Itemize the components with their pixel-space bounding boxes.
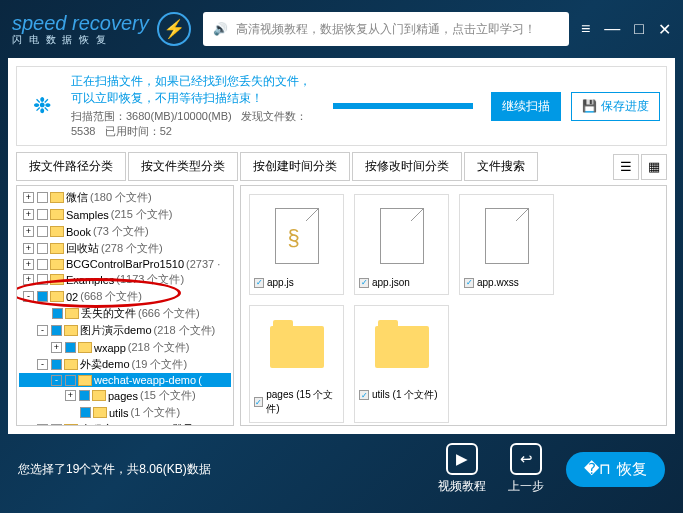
file-item[interactable]: ✓app.js: [249, 194, 344, 295]
folder-icon: [50, 192, 64, 203]
tree-item[interactable]: +Examples (1173 个文件): [19, 271, 231, 288]
checkbox[interactable]: [79, 390, 90, 401]
file-checkbox[interactable]: ✓: [254, 278, 264, 288]
checkbox[interactable]: [51, 325, 62, 336]
view-grid-button[interactable]: ▦: [641, 154, 667, 180]
document-icon: [275, 208, 319, 264]
checkbox[interactable]: [65, 375, 76, 386]
tree-item[interactable]: 丢失的文件 (666 个文件): [19, 305, 231, 322]
tree-count: (19 个文件): [132, 357, 188, 372]
view-list-button[interactable]: ☰: [613, 154, 639, 180]
file-item[interactable]: ✓pages (15 个文件): [249, 305, 344, 423]
maximize-icon[interactable]: □: [634, 20, 644, 39]
expand-icon[interactable]: +: [23, 192, 34, 203]
expand-icon[interactable]: +: [23, 274, 34, 285]
file-item[interactable]: ✓app.json: [354, 194, 449, 295]
tab-search[interactable]: 文件搜索: [464, 152, 538, 181]
file-name: app.json: [372, 277, 410, 288]
expand-icon[interactable]: -: [37, 325, 48, 336]
checkbox[interactable]: [52, 308, 63, 319]
tree-label: 小程序 hello world 登录: [80, 422, 194, 426]
tree-count: (: [198, 374, 202, 386]
file-panel: ✓app.js✓app.json✓app.wxss✓pages (15 个文件)…: [240, 185, 667, 426]
tree-label: utils: [109, 407, 129, 419]
tree-item[interactable]: -wechat-weapp-demo (: [19, 373, 231, 387]
tree-item[interactable]: +回收站 (278 个文件): [19, 240, 231, 257]
folder-icon: [50, 274, 64, 285]
video-tutorial-button[interactable]: ▶ 视频教程: [438, 443, 486, 495]
folder-icon: [65, 308, 79, 319]
tab-path[interactable]: 按文件路径分类: [16, 152, 126, 181]
tree-label: 外卖demo: [80, 357, 130, 372]
tree-count: (1173 个文件): [116, 272, 184, 287]
expand-icon[interactable]: +: [23, 226, 34, 237]
expand-icon[interactable]: +: [65, 390, 76, 401]
expand-icon[interactable]: +: [23, 259, 34, 270]
file-checkbox[interactable]: ✓: [464, 278, 474, 288]
tree-item[interactable]: +Book (73 个文件): [19, 223, 231, 240]
tree-label: BCGControlBarPro1510: [66, 258, 184, 270]
tree-item[interactable]: +BCGControlBarPro1510 (2737 ·: [19, 257, 231, 271]
recover-button[interactable]: �⊓ 恢复: [566, 452, 665, 487]
tree-count: (73 个文件): [93, 224, 149, 239]
checkbox[interactable]: [37, 259, 48, 270]
tree-item[interactable]: -图片演示demo (218 个文件): [19, 322, 231, 339]
expand-icon[interactable]: +: [23, 243, 34, 254]
expand-icon[interactable]: -: [37, 359, 48, 370]
tree-item[interactable]: +微信 (180 个文件): [19, 189, 231, 206]
tab-created[interactable]: 按创建时间分类: [240, 152, 350, 181]
checkbox[interactable]: [80, 407, 91, 418]
checkbox[interactable]: [37, 192, 48, 203]
checkbox[interactable]: [37, 226, 48, 237]
file-checkbox[interactable]: ✓: [359, 278, 369, 288]
scan-icon: ❉: [23, 87, 61, 125]
tree-label: 图片演示demo: [80, 323, 152, 338]
file-item[interactable]: ✓utils (1 个文件): [354, 305, 449, 423]
folder-icon: [92, 390, 106, 401]
tab-type[interactable]: 按文件类型分类: [128, 152, 238, 181]
save-progress-button[interactable]: 💾 保存进度: [571, 92, 660, 121]
expand-icon[interactable]: -: [51, 375, 62, 386]
folder-icon: [50, 243, 64, 254]
expand-icon[interactable]: -: [23, 291, 34, 302]
expand-icon[interactable]: +: [23, 209, 34, 220]
expand-icon[interactable]: +: [37, 424, 48, 426]
tree-item[interactable]: -02 (668 个文件): [19, 288, 231, 305]
tree-label: 丢失的文件: [81, 306, 136, 321]
tree-label: wxapp: [94, 342, 126, 354]
folder-icon: [78, 375, 92, 386]
close-icon[interactable]: ✕: [658, 20, 671, 39]
tab-modified[interactable]: 按修改时间分类: [352, 152, 462, 181]
checkbox[interactable]: [37, 243, 48, 254]
continue-scan-button[interactable]: 继续扫描: [491, 92, 561, 121]
file-item[interactable]: ✓app.wxss: [459, 194, 554, 295]
checkbox[interactable]: [51, 359, 62, 370]
file-checkbox[interactable]: ✓: [359, 390, 369, 400]
tree-item[interactable]: +小程序 hello world 登录: [19, 421, 231, 426]
checkbox[interactable]: [37, 291, 48, 302]
menu-icon[interactable]: ≡: [581, 20, 590, 39]
promo-banner[interactable]: 🔊 高清视频教程，数据恢复从入门到精通，点击立即学习！: [203, 12, 569, 46]
checkbox[interactable]: [37, 209, 48, 220]
tree-item[interactable]: +pages (15 个文件): [19, 387, 231, 404]
folder-icon: [50, 291, 64, 302]
tree-item[interactable]: +wxapp (218 个文件): [19, 339, 231, 356]
tree-label: 回收站: [66, 241, 99, 256]
tree-item[interactable]: utils (1 个文件): [19, 404, 231, 421]
expand-icon[interactable]: +: [51, 342, 62, 353]
tree-count: (278 个文件): [101, 241, 163, 256]
checkbox[interactable]: [51, 424, 62, 426]
checkbox[interactable]: [37, 274, 48, 285]
tree-label: 微信: [66, 190, 88, 205]
file-checkbox[interactable]: ✓: [254, 397, 263, 407]
checkbox[interactable]: [65, 342, 76, 353]
tree-item[interactable]: -外卖demo (19 个文件): [19, 356, 231, 373]
tree-label: 02: [66, 291, 78, 303]
status-title: 正在扫描文件，如果已经找到您丢失的文件，可以立即恢复，不用等待扫描结束！: [71, 73, 315, 107]
back-button[interactable]: ↩ 上一步: [508, 443, 544, 495]
folder-icon: [375, 326, 429, 368]
tree-item[interactable]: +Samples (215 个文件): [19, 206, 231, 223]
folder-tree[interactable]: +微信 (180 个文件)+Samples (215 个文件)+Book (73…: [16, 185, 234, 426]
file-name: app.wxss: [477, 277, 519, 288]
minimize-icon[interactable]: —: [604, 20, 620, 39]
